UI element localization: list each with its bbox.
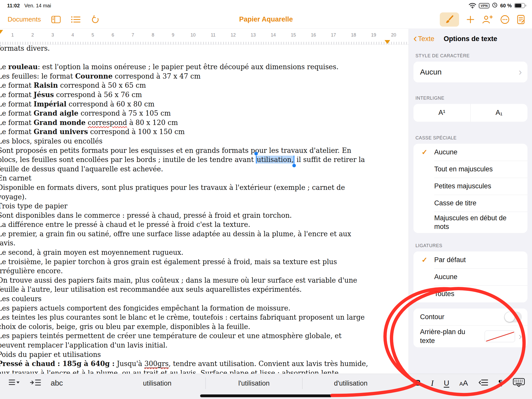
- selected-text[interactable]: utilisation,: [256, 156, 294, 164]
- ruler-number: 20: [391, 32, 396, 38]
- ruler-number: 3: [51, 32, 54, 38]
- add-icon[interactable]: [466, 15, 475, 24]
- document-line[interactable]: Sont disponibles dans le commerce : pres…: [0, 211, 368, 220]
- suggestion-button[interactable]: l'utilisation: [205, 377, 302, 389]
- case-option-tout-en-majuscules[interactable]: Tout en majuscules: [413, 161, 527, 178]
- underline-button[interactable]: U: [444, 379, 449, 387]
- document-line[interactable]: voyage).: [0, 192, 368, 202]
- document-line[interactable]: irrégulière encore.: [0, 266, 368, 276]
- document-info-icon[interactable]: [517, 15, 525, 24]
- suggestion-button[interactable]: d'utilisation: [302, 377, 399, 389]
- ligature-option-toutes[interactable]: Toutes: [413, 285, 527, 302]
- ruler-number: 1: [11, 32, 14, 38]
- ruler[interactable]: 1234567891011121314151617181920: [0, 29, 409, 45]
- ruler-left-margin-marker[interactable]: [0, 30, 3, 34]
- abc-button[interactable]: abc: [51, 379, 63, 387]
- document-text[interactable]: formats divers. Le rouleau: est l'option…: [0, 45, 368, 374]
- ruler-number: 9: [172, 32, 174, 38]
- ligature-option-par-d-faut[interactable]: ✓Par défaut: [413, 251, 527, 268]
- indent-left-icon[interactable]: [478, 379, 488, 387]
- indent-icon[interactable]: [30, 379, 41, 387]
- document-line[interactable]: Trois type de papier: [0, 202, 368, 211]
- text-background-row[interactable]: Arrière-plan du texte ›: [413, 325, 527, 347]
- ruler-number: 17: [331, 32, 336, 38]
- document-line[interactable]: Le format Grand univers correspond à 100…: [0, 127, 368, 137]
- clock-time: 11:02: [7, 3, 20, 9]
- case-option-aucune[interactable]: ✓Aucune: [413, 144, 527, 161]
- document-line[interactable]: Poids du papier et utilisations: [0, 350, 368, 359]
- case-option-majuscules-en-d-but-de-mots[interactable]: Majuscules en début de mots: [413, 212, 527, 233]
- document-line[interactable]: aux travaux à l'encre et à la plume, ou …: [0, 369, 368, 374]
- character-style-row[interactable]: Aucun ›: [413, 62, 527, 82]
- document-line[interactable]: Les papiers teintés permettent de créer …: [0, 331, 368, 341]
- document-line[interactable]: formats divers.: [0, 45, 368, 53]
- document-line[interactable]: peuvent remplacer l'application d'un lav…: [0, 341, 368, 350]
- pilcrow-button[interactable]: ¶: [498, 378, 503, 388]
- ligature-option-aucune[interactable]: Aucune: [413, 268, 527, 285]
- subscript-button[interactable]: A₁: [470, 104, 528, 122]
- document-line[interactable]: feuille à l'autre, leur utilisation est …: [0, 285, 368, 294]
- document-line[interactable]: Le format Raisin correspond à 50 x 65 cm: [0, 81, 368, 90]
- document-line[interactable]: Les teintes les plus courantes sont le b…: [0, 313, 368, 322]
- thumbnails-icon[interactable]: [51, 15, 61, 24]
- section-label-line-spacing: INTERLIGNE: [415, 96, 525, 101]
- document-line[interactable]: Pressé à chaud : 185g à 640g : Jusqu'à 3…: [0, 359, 368, 369]
- document-line[interactable]: Disponible en formats divers, sont plus …: [0, 183, 368, 192]
- case-option-casse-de-titre[interactable]: Casse de titre: [413, 195, 527, 212]
- outline-row[interactable]: Contour: [413, 309, 527, 325]
- document-line[interactable]: Le premier, a grain fin ou satiné, offre…: [0, 229, 368, 239]
- outline-label: Contour: [420, 313, 444, 321]
- document-line[interactable]: Le format Grand monde correspond à 80 x …: [0, 118, 368, 128]
- document-line[interactable]: Le format Grand aigle correspond à 75 x …: [0, 109, 368, 118]
- document-line[interactable]: Les blocs, spirales ou encollés: [0, 137, 368, 146]
- document-canvas[interactable]: formats divers. Le rouleau: est l'option…: [0, 45, 409, 374]
- document-line[interactable]: Le format Jésus correspond à 56 x 76 cm: [0, 90, 368, 100]
- outline-toggle[interactable]: [504, 312, 522, 322]
- battery-icon: [514, 3, 525, 8]
- document-line[interactable]: Le rouleau: est l'option la moins onéreu…: [0, 62, 368, 72]
- document-line[interactable]: Le second, à grain moyen est moyennement…: [0, 248, 368, 257]
- character-style-value: Aucun: [420, 68, 442, 76]
- paragraph-styles-icon[interactable]: [9, 379, 20, 387]
- ruler-number: 12: [231, 32, 236, 38]
- option-label: Casse de titre: [434, 199, 477, 207]
- back-button[interactable]: ‹ Texte: [413, 35, 434, 43]
- font-size-button[interactable]: AA: [459, 379, 468, 387]
- document-line[interactable]: lavis.: [0, 239, 368, 248]
- document-line[interactable]: feuille de dessus quand l'aquarelle est …: [0, 165, 368, 174]
- document-line[interactable]: Sont proposés en petits formats pour les…: [0, 146, 368, 155]
- document-line[interactable]: Le troisième, le papier torchon à gros g…: [0, 257, 368, 267]
- option-label: Par défaut: [434, 256, 466, 264]
- baseline-segmented-control: A¹ A₁: [413, 104, 527, 122]
- documents-button[interactable]: Documents: [8, 15, 41, 23]
- document-line[interactable]: En carnet: [0, 174, 368, 183]
- document-line[interactable]: Le format Impérial correspond à 60 x 80 …: [0, 100, 368, 109]
- superscript-button[interactable]: A¹: [413, 104, 470, 122]
- bold-button[interactable]: B: [415, 378, 421, 388]
- document-line[interactable]: La différence entre le pressé à chaud et…: [0, 220, 368, 229]
- section-label-special-case: CASSE SPÉCIALE: [415, 135, 525, 141]
- ruler-right-margin-marker[interactable]: [385, 40, 390, 44]
- document-line[interactable]: blocs, les feuilles sont encollées par l…: [0, 155, 368, 165]
- document-line[interactable]: Les papiers actuels comportent des fongi…: [0, 304, 368, 313]
- keyboard-dismiss-icon[interactable]: [513, 378, 525, 388]
- home-indicator[interactable]: [200, 394, 332, 397]
- collaborate-icon[interactable]: [482, 15, 493, 24]
- status-bar: 11:02 Ven. 14 mai VPN 60 %: [0, 0, 532, 10]
- document-line[interactable]: On trouve aussi des papiers faits main, …: [0, 276, 368, 285]
- suggestion-button[interactable]: utilisation: [109, 377, 205, 389]
- ruler-ticks: [0, 42, 409, 44]
- format-brush-button[interactable]: [440, 12, 459, 27]
- document-line[interactable]: [0, 53, 368, 63]
- italic-button[interactable]: I: [431, 378, 434, 388]
- document-line[interactable]: Les feuilles: le format Couronne corresp…: [0, 72, 368, 81]
- undo-icon[interactable]: [91, 15, 100, 24]
- ruler-number: 11: [211, 32, 216, 38]
- document-line[interactable]: choix de coloris, beige, gris ou bleu pa…: [0, 322, 368, 332]
- option-label: Toutes: [434, 289, 454, 298]
- document-line[interactable]: Les couleurs: [0, 294, 368, 304]
- list-view-icon[interactable]: [71, 16, 81, 23]
- case-option-petites-majuscules[interactable]: Petites majuscules: [413, 178, 527, 195]
- more-icon[interactable]: [500, 15, 510, 24]
- text-background-label: Arrière-plan du texte: [420, 328, 474, 345]
